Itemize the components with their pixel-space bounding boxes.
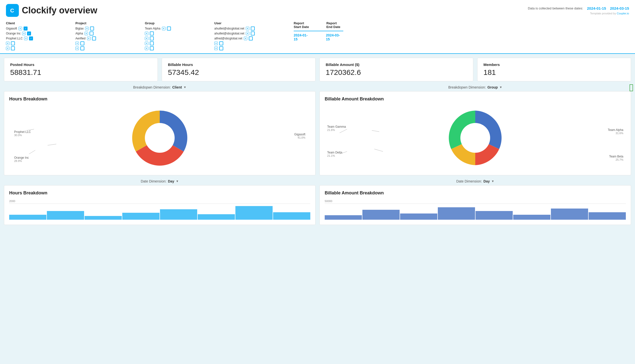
report-start-value: 2024-01-15 [294,33,311,41]
kpi-value-1: 57345.42 [168,68,309,76]
user-check-3[interactable] [249,36,253,40]
user-check-2[interactable] [251,32,255,36]
end-date: 2024-03-15 [610,6,629,10]
filter-bar: Client Gigasoft ▼ Orange Inc ▼ Prophet L… [0,19,635,54]
user-dropdown-2[interactable]: ▼ [246,32,249,35]
report-date-values: 2024-01-15 2024-03-15 [294,33,343,41]
bottom-hours-dimension-selector[interactable]: Date Dimension: Day ▼ [4,179,316,183]
kpi-billable-hours: Billable Hours 57345.42 [162,58,316,81]
list-item: ▼ [76,42,145,46]
bottom-hours-dim-value: Day [168,179,174,183]
user-dropdown-3[interactable]: ▼ [244,37,247,40]
bar-item [589,212,626,220]
list-item: ▼ [145,32,214,36]
bar-item [47,211,84,220]
group-check-3[interactable] [150,36,154,40]
report-dates: Report Start Date Report End Date 2024-0… [294,21,343,41]
project-check-1[interactable] [90,26,94,30]
client-dropdown-2[interactable]: ▼ [22,32,26,35]
project-dropdown-1[interactable]: ▼ [85,27,89,30]
report-end-value: 2024-03-15 [326,33,343,41]
bottom-charts-row: Hours Breakdown 2000 Billable Amount Bre… [0,185,635,225]
list-item: Prophet LLC ▼ [6,36,76,40]
group-check-5[interactable] [150,46,154,50]
bottom-hours-chart: Hours Breakdown 2000 [4,185,316,225]
user-header: User [214,21,294,26]
bottom-hours-title: Hours Breakdown [9,190,310,196]
project-check-4[interactable] [80,42,84,46]
group-dropdown-2[interactable]: ▼ [145,32,148,35]
user-check-5[interactable] [219,46,223,50]
bottom-billable-dimension-selector[interactable]: Date Dimension: Day ▼ [319,179,631,183]
client-check-4[interactable] [11,42,15,46]
client-rows: Gigasoft ▼ Orange Inc ▼ Prophet LLC ▼ ▼ [6,26,76,50]
hours-dimension-selector[interactable]: Breakdopwn Dimension: Client ▼ [4,85,316,89]
bar-item [198,214,235,220]
project-dropdown-4[interactable]: ▼ [76,42,79,45]
billable-dimension-selector[interactable]: Breakdopwn Dimension: Group ▼ [448,85,502,89]
date-info: Data is collected between these dates: 2… [528,6,629,10]
bottom-hours-axis-label: 2000 [9,200,310,202]
report-dates-header: Report Start Date Report End Date [294,21,343,29]
project-check-5[interactable] [80,46,84,50]
client-check-1[interactable] [24,26,28,30]
client-check-3[interactable] [29,36,33,40]
group-check-1[interactable] [167,26,171,30]
client-dropdown-1[interactable]: ▼ [19,27,22,30]
kpi-members: Members 181 [477,58,631,81]
bottom-hours-bar-area: 2000 [9,200,310,220]
bar-item [9,215,46,220]
filter-project: Project Bigtax ▼ Alpha ▼ Aerified ▼ [76,21,145,50]
group-dropdown-3[interactable]: ▼ [145,37,148,40]
header: C Clockify overview Data is collected be… [0,0,635,19]
project-check-3[interactable] [92,36,96,40]
user-check-1[interactable] [251,26,255,30]
bar-item [160,209,197,220]
bottom-billable-dim-label: Date Dimension: [456,179,482,183]
project-dropdown-5[interactable]: ▼ [76,46,79,50]
project-dropdown-2[interactable]: ▼ [85,32,88,35]
project-dropdown-3[interactable]: ▼ [87,37,91,40]
group-dropdown-5[interactable]: ▼ [145,46,148,50]
user-dropdown-4[interactable]: ▼ [214,42,218,45]
user-dropdown-1[interactable]: ▼ [246,27,249,30]
user-rows: ahuillet@sbcglobal.net ▼ ahuillet@sbcglo… [214,26,294,50]
filter-user: User ahuillet@sbcglobal.net ▼ ahuillet@s… [214,21,294,50]
client-name-2: Orange Inc [6,32,21,35]
project-check-2[interactable] [90,32,94,36]
client-dropdown-3[interactable]: ▼ [24,37,28,40]
coupler-credit: Template provided by Coupler.io [590,12,629,15]
billable-dimension-arrow-icon: ▼ [499,86,502,89]
group-rows: Team Alpha ▼ ▼ ▼ ▼ ▼ [145,26,214,50]
svg-line-8 [374,149,383,152]
svg-line-4 [29,150,35,154]
group-dropdown-4[interactable]: ▼ [145,42,148,45]
report-end-label: Report End Date [326,21,343,29]
app-logo-icon: C [6,4,19,17]
green-accent-box [629,84,633,91]
client-check-5[interactable] [11,46,15,50]
bottom-billable-chart: Billable Amount Breakdown 50000 [319,185,631,225]
svg-line-9 [340,152,347,154]
group-dropdown-1[interactable]: ▼ [162,27,166,30]
project-name-1: Bigtax [76,27,84,30]
filter-group: Group Team Alpha ▼ ▼ ▼ ▼ [145,21,214,50]
group-check-2[interactable] [150,32,154,36]
svg-text:C: C [10,8,14,14]
user-dropdown-5[interactable]: ▼ [214,46,218,50]
list-item: ▼ [145,36,214,40]
chart-controls: Breakdopwn Dimension: Client ▼ Breakdopw… [0,85,635,89]
client-dropdown-4[interactable]: ▼ [6,42,10,45]
page-title: Clockify overview [22,5,97,16]
project-name-2: Alpha [76,32,83,35]
user-check-4[interactable] [219,42,223,46]
group-check-4[interactable] [150,42,154,46]
list-item: ▼ [145,42,214,46]
list-item: ▼ [6,46,76,50]
client-dropdown-5[interactable]: ▼ [6,46,10,50]
bar-item [273,212,310,220]
client-check-2[interactable] [27,32,31,36]
hours-dimension-arrow-icon: ▼ [183,86,186,89]
client-name-1: Gigasoft [6,27,17,30]
bottom-controls: Date Dimension: Day ▼ Date Dimension: Da… [0,179,635,183]
